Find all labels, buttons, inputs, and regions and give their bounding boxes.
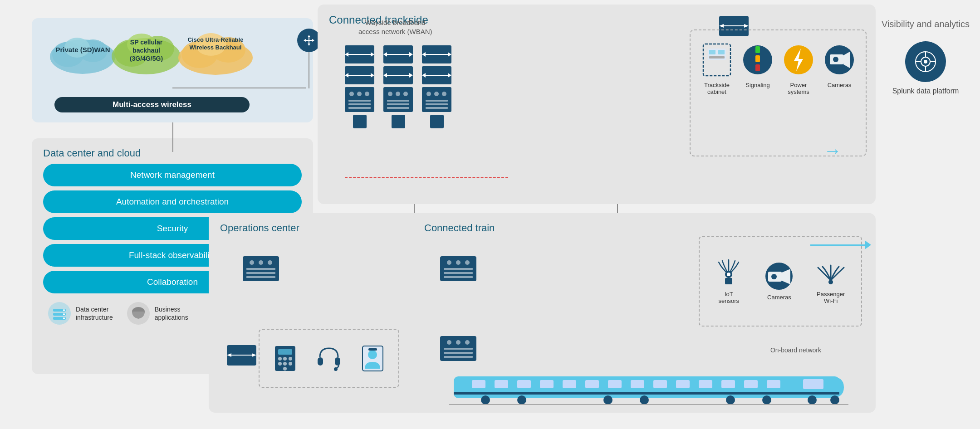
svg-rect-87 xyxy=(755,64,760,71)
svg-point-24 xyxy=(63,317,65,319)
svg-point-179 xyxy=(726,395,735,405)
svg-rect-161 xyxy=(517,380,531,388)
train-cameras-icon xyxy=(764,262,794,291)
svg-rect-166 xyxy=(631,380,644,388)
svg-rect-45 xyxy=(348,107,371,109)
svg-point-40 xyxy=(349,92,354,96)
svg-point-123 xyxy=(278,357,282,361)
cisco-label: Cisco Ultra-ReliableWireless Backhaul xyxy=(175,36,256,52)
svg-point-124 xyxy=(283,357,287,361)
svg-point-134 xyxy=(368,350,377,359)
svg-rect-135 xyxy=(368,348,377,351)
svg-rect-162 xyxy=(540,380,554,388)
network-mgmt-btn[interactable]: Network management xyxy=(43,164,302,186)
dc-infra-label: Data centerinfrastructure xyxy=(76,305,113,322)
svg-rect-75 xyxy=(426,100,448,102)
iot-icon xyxy=(715,258,742,288)
svg-point-23 xyxy=(63,313,65,315)
wban-label: Wayside broadbandaccess network (WBAN) xyxy=(358,18,432,36)
onboard-label: On-board network xyxy=(770,346,821,354)
svg-rect-149 xyxy=(444,356,473,358)
automation-btn[interactable]: Automation and orchestration xyxy=(43,190,302,213)
svg-point-137 xyxy=(447,260,451,265)
svg-point-176 xyxy=(517,395,526,405)
svg-point-156 xyxy=(771,274,777,279)
svg-point-107 xyxy=(250,260,254,265)
sp-label: SP cellularbackhaul(3G/4G/5G) xyxy=(109,38,184,63)
svg-point-42 xyxy=(365,92,369,96)
svg-rect-173 xyxy=(803,379,823,389)
svg-rect-142 xyxy=(444,276,473,278)
svg-point-72 xyxy=(426,92,431,96)
svg-point-22 xyxy=(63,309,65,311)
signaling-icon-group: Signaling xyxy=(742,42,774,88)
train-switch-top xyxy=(440,256,476,283)
svg-rect-172 xyxy=(767,380,780,388)
sdwan-label: Private (SD)WAN xyxy=(48,45,118,54)
svg-rect-77 xyxy=(426,107,448,109)
svg-rect-141 xyxy=(444,272,473,274)
svg-point-145 xyxy=(456,340,461,345)
svg-point-180 xyxy=(762,395,771,405)
svg-marker-15 xyxy=(308,44,310,46)
ops-comm-box xyxy=(259,329,399,388)
svg-point-129 xyxy=(283,367,287,370)
train-cameras-label: Cameras xyxy=(767,294,791,301)
signaling-label: Signaling xyxy=(745,82,770,88)
person-icon xyxy=(360,344,385,373)
phone-icon xyxy=(273,344,298,373)
svg-point-190 xyxy=(924,60,927,63)
right-arrow: → xyxy=(823,141,842,161)
svg-rect-78 xyxy=(430,115,444,128)
svg-point-128 xyxy=(289,362,292,366)
svg-point-126 xyxy=(278,362,282,366)
train-title: Connected train xyxy=(424,222,864,234)
svg-point-181 xyxy=(808,395,817,405)
line-horiz-top xyxy=(172,88,306,88)
wireless-panel: Private (SD)WAN SP cellularbackhaul(3G/4… xyxy=(32,18,313,122)
svg-rect-140 xyxy=(444,268,473,270)
svg-point-157 xyxy=(828,280,833,284)
svg-rect-111 xyxy=(246,272,275,274)
svg-rect-62 xyxy=(392,115,405,128)
svg-point-109 xyxy=(268,260,272,265)
svg-rect-152 xyxy=(725,278,732,284)
svg-point-127 xyxy=(283,362,287,366)
svg-rect-110 xyxy=(246,268,275,270)
svg-point-73 xyxy=(434,92,439,96)
svg-rect-147 xyxy=(444,348,473,350)
splunk-arrow xyxy=(810,240,871,249)
svg-point-58 xyxy=(403,92,408,96)
svg-rect-167 xyxy=(653,380,667,388)
biz-apps-label: Businessapplications xyxy=(155,305,188,322)
svg-point-177 xyxy=(603,395,612,405)
svg-rect-158 xyxy=(454,376,839,398)
svg-rect-174 xyxy=(454,392,839,395)
wban-line xyxy=(345,177,508,179)
train-panel: Connected train xyxy=(413,213,876,413)
wifi-label: PassengerWi-Fi xyxy=(817,291,845,304)
svg-rect-171 xyxy=(744,380,758,388)
dc-infra-legend: Data centerinfrastructure xyxy=(48,302,113,325)
wban-switches xyxy=(345,45,451,128)
ops-arrow-switch xyxy=(227,345,256,367)
dc-infra-icon xyxy=(48,302,71,325)
svg-rect-122 xyxy=(278,349,292,355)
svg-point-182 xyxy=(830,395,839,405)
vis-title: Visibility and analytics xyxy=(878,18,973,30)
train-cameras-group: Cameras xyxy=(764,262,794,301)
svg-rect-59 xyxy=(387,100,409,102)
svg-rect-159 xyxy=(472,380,485,388)
headset-icon xyxy=(315,344,343,373)
power-label: Powersystems xyxy=(788,82,809,95)
svg-rect-131 xyxy=(335,357,340,366)
svg-rect-44 xyxy=(348,103,371,105)
svg-point-151 xyxy=(727,273,730,276)
svg-rect-160 xyxy=(495,380,508,388)
svg-point-178 xyxy=(640,395,649,405)
svg-point-108 xyxy=(259,260,263,265)
multi-access-bar: Multi-access wireless xyxy=(54,97,250,112)
biz-apps-icon xyxy=(127,302,150,325)
svg-rect-164 xyxy=(585,380,599,388)
svg-point-93 xyxy=(833,57,838,62)
